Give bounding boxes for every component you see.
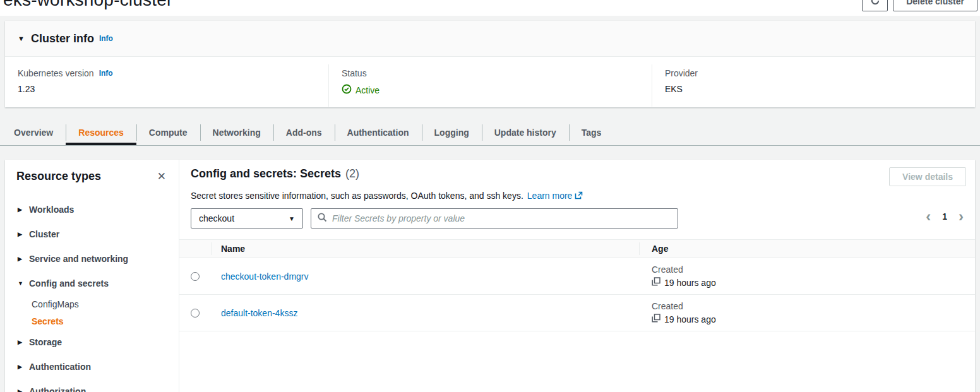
cluster-info-info-link[interactable]: Info: [99, 34, 113, 43]
delete-cluster-button[interactable]: Delete cluster: [893, 0, 977, 11]
chevron-right-icon: ▶: [18, 206, 29, 213]
config-and-secrets-children: ConfigMaps Secrets: [15, 295, 169, 330]
cluster-info-card: ▼ Cluster info Info Kubernetes version I…: [5, 21, 975, 107]
header-actions: Delete cluster: [862, 0, 977, 11]
status-text: Active: [356, 85, 379, 95]
tab-resources[interactable]: Resources: [66, 120, 136, 145]
chevron-right-icon: ▶: [18, 364, 29, 370]
resource-types-nav: ▶ Workloads ▶ Cluster ▶ Service and netw…: [15, 197, 169, 392]
provider-label: Provider: [665, 68, 962, 78]
secrets-heading: Config and secrets: Secrets: [191, 167, 341, 181]
kubernetes-version-value: 1.23: [18, 84, 316, 94]
age-value: 19 hours ago: [664, 314, 716, 324]
age-value: 19 hours ago: [664, 278, 716, 288]
sidebar-item-storage[interactable]: ▶ Storage: [15, 330, 169, 354]
table-row: default-token-4kssz Created 19 hours ago: [179, 295, 975, 331]
row-radio-button[interactable]: [191, 309, 200, 318]
cluster-info-header[interactable]: ▼ Cluster info Info: [5, 21, 975, 57]
filter-type-dropdown[interactable]: checkout ▼: [191, 208, 303, 229]
view-details-button[interactable]: View details: [889, 167, 966, 186]
sidebar-item-label: Authorization: [29, 386, 86, 392]
sidebar-title: Resource types: [16, 170, 101, 183]
sidebar-item-cluster[interactable]: ▶ Cluster: [15, 222, 169, 246]
copy-icon[interactable]: [652, 314, 660, 324]
kubernetes-version-label: Kubernetes version: [18, 68, 94, 78]
secret-name-link[interactable]: default-token-4kssz: [221, 308, 297, 318]
chevron-down-icon: ▼: [289, 215, 295, 222]
table-header: Name Age: [179, 239, 975, 258]
tab-authentication[interactable]: Authentication: [335, 120, 422, 145]
copy-icon[interactable]: [652, 277, 660, 288]
resource-types-sidebar: Resource types ✕ ▶ Workloads ▶ Cluster ▶…: [5, 160, 179, 392]
page-title: eks-workshop-cluster: [3, 0, 173, 11]
cluster-info-body: Kubernetes version Info 1.23 Status Acti…: [5, 57, 975, 107]
current-page[interactable]: 1: [942, 211, 947, 222]
secrets-table: Name Age checkout-token-dmgrv Created: [179, 239, 975, 331]
age-created-label: Created: [652, 301, 975, 311]
chevron-right-icon: ▶: [18, 388, 29, 392]
status-label: Status: [342, 68, 639, 78]
chevron-down-icon: ▼: [18, 35, 25, 42]
sidebar-item-workloads[interactable]: ▶ Workloads: [15, 197, 169, 222]
sidebar-item-authentication[interactable]: ▶ Authentication: [15, 354, 169, 379]
secret-name-link[interactable]: checkout-token-dmgrv: [221, 271, 309, 282]
tab-overview[interactable]: Overview: [1, 120, 66, 145]
refresh-icon: [870, 0, 880, 8]
pagination: ‹ 1 ›: [926, 209, 964, 224]
field-kubernetes-version: Kubernetes version Info 1.23: [5, 64, 328, 107]
chevron-right-icon: ▶: [18, 256, 29, 262]
external-link-icon: [575, 191, 583, 201]
refresh-button[interactable]: [862, 0, 888, 11]
field-label: Kubernetes version Info: [18, 68, 316, 78]
tab-tags[interactable]: Tags: [569, 120, 614, 145]
cluster-tabs: Overview Resources Compute Networking Ad…: [0, 120, 980, 146]
status-active-icon: [342, 84, 352, 96]
sidebar-item-authorization[interactable]: ▶ Authorization: [15, 379, 169, 392]
field-provider: Provider EKS: [652, 64, 975, 107]
page-header: eks-workshop-cluster Delete cluster: [0, 0, 980, 16]
chevron-right-icon: ▶: [18, 231, 29, 237]
tab-update-history[interactable]: Update history: [482, 120, 569, 145]
age-column-header: Age: [639, 244, 975, 254]
tab-networking[interactable]: Networking: [200, 120, 273, 145]
sidebar-item-label: Cluster: [29, 229, 59, 239]
sidebar-item-label: Authentication: [29, 362, 91, 372]
name-column-header: Name: [211, 244, 639, 254]
dropdown-selected-value: checkout: [199, 213, 234, 223]
tab-add-ons[interactable]: Add-ons: [273, 120, 335, 145]
sidebar-item-label: Workloads: [29, 205, 74, 215]
field-status: Status Active: [328, 64, 652, 107]
next-page-icon[interactable]: ›: [959, 209, 964, 224]
age-created-label: Created: [652, 264, 975, 275]
provider-value: EKS: [665, 84, 962, 94]
sidebar-item-service-and-networking[interactable]: ▶ Service and networking: [15, 246, 169, 271]
sidebar-item-configmaps[interactable]: ConfigMaps: [15, 295, 169, 312]
search-input[interactable]: [332, 213, 671, 223]
cluster-info-title: Cluster info: [31, 32, 94, 45]
chevron-down-icon: ▼: [18, 280, 29, 287]
resources-panel: Resource types ✕ ▶ Workloads ▶ Cluster ▶…: [5, 160, 975, 392]
secrets-main-panel: Config and secrets: Secrets (2) View det…: [179, 160, 975, 392]
tab-logging[interactable]: Logging: [422, 120, 482, 145]
table-row: checkout-token-dmgrv Created 19 hours ag…: [179, 258, 975, 295]
status-badge: Active: [342, 84, 639, 96]
kubernetes-version-info-link[interactable]: Info: [99, 69, 113, 78]
previous-page-icon[interactable]: ‹: [926, 209, 931, 224]
sidebar-item-label: Service and networking: [29, 254, 128, 264]
secrets-description: Secret stores sensitive information, suc…: [191, 191, 523, 201]
close-icon[interactable]: ✕: [157, 171, 166, 182]
search-icon: [318, 213, 327, 225]
chevron-right-icon: ▶: [18, 339, 29, 345]
sidebar-item-config-and-secrets[interactable]: ▼ Config and secrets: [15, 271, 169, 295]
tab-compute[interactable]: Compute: [136, 120, 200, 145]
secrets-count: (2): [345, 167, 359, 181]
sidebar-item-label: Config and secrets: [29, 278, 109, 288]
secrets-search-box: [311, 208, 678, 229]
sidebar-item-label: Storage: [29, 337, 62, 347]
learn-more-link[interactable]: Learn more: [527, 191, 573, 201]
sidebar-item-secrets[interactable]: Secrets: [15, 312, 169, 330]
row-radio-button[interactable]: [191, 272, 200, 281]
